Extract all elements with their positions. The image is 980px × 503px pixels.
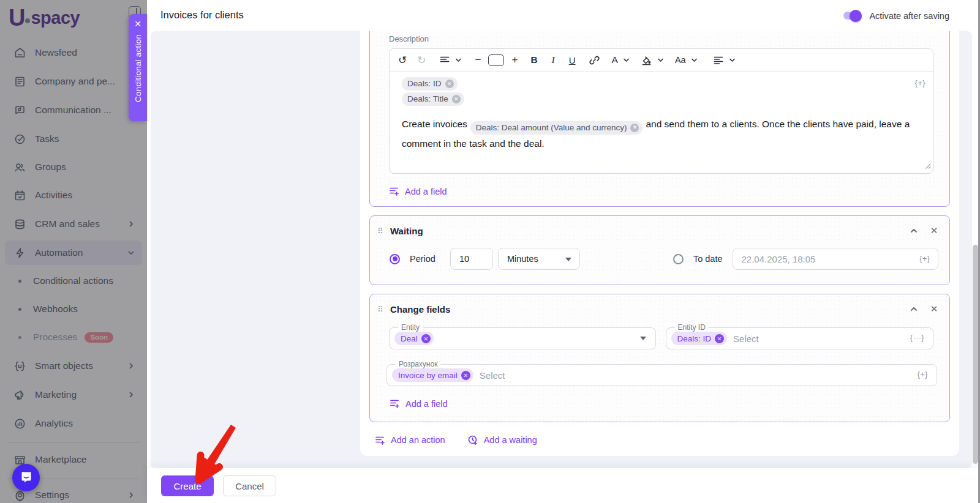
actions-panel: Description ↺ ↻ − (360, 31, 959, 456)
link-icon[interactable] (589, 54, 600, 66)
vertical-scrollbar[interactable] (973, 245, 978, 464)
change-fields-title: Change fields (390, 304, 450, 315)
chip-label: Deals: Deal amount (Value and currency) (476, 124, 627, 132)
period-unit-value: Minutes (507, 254, 538, 264)
entity-select[interactable]: Entity Deal✕ (389, 327, 656, 349)
add-waiting-icon (467, 434, 478, 445)
chip-label: Invoice by email (398, 371, 458, 380)
modal-footer: Create Cancel (147, 468, 980, 503)
field-chip: Deals: Deal amount (Value and currency)✕ (470, 121, 643, 135)
field-chip: Deals: Title✕ (402, 92, 464, 106)
chip-remove-icon[interactable]: ✕ (452, 95, 461, 103)
align-left-icon (713, 54, 724, 65)
drag-handle-icon[interactable]: ⠿ (377, 226, 386, 236)
highlight-color-button[interactable] (641, 54, 665, 66)
select-caret-icon (640, 337, 646, 340)
text-color-button[interactable]: A (612, 54, 630, 65)
add-action-icon (375, 435, 385, 445)
select-placeholder: Select (733, 333, 759, 344)
undo-icon[interactable]: ↺ (398, 54, 407, 67)
period-label: Period (410, 254, 435, 264)
chip-remove-icon[interactable]: ✕ (715, 334, 724, 343)
add-field-label: Add a field (405, 187, 447, 196)
insert-field-token[interactable]: {+} (919, 255, 930, 263)
conditional-action-modal: Invoices for clients Activate after savi… (147, 0, 980, 503)
activate-toggle-label: Activate after saving (869, 11, 949, 21)
drag-handle-icon[interactable]: ⠿ (377, 305, 386, 314)
calculation-select[interactable]: Розрахунок Invoice by email✕ Select {+} (386, 364, 937, 386)
add-field-button[interactable]: Add a field (377, 398, 941, 409)
add-field-label: Add a field (405, 399, 448, 409)
period-radio[interactable] (390, 254, 400, 264)
conditional-action-tab[interactable]: ✕ Conditional action (129, 14, 147, 121)
entity-label: Entity (398, 323, 423, 332)
close-drawer-icon[interactable]: ✕ (134, 20, 141, 28)
select-caret-icon (565, 258, 571, 261)
action-card-change-fields: ⠿ Change fields ✕ Entity Deal✕ (369, 294, 950, 422)
italic-icon[interactable]: I (552, 54, 555, 65)
paragraph-text: Create invoices (402, 119, 467, 129)
remove-card-icon[interactable]: ✕ (927, 224, 941, 237)
add-field-button[interactable]: Add a field (389, 186, 933, 196)
chip-remove-icon[interactable]: ✕ (630, 124, 639, 132)
chevron-down-icon (690, 56, 698, 64)
add-field-icon (389, 186, 399, 196)
activate-toggle[interactable] (843, 12, 860, 20)
chip-label: Deal (401, 334, 418, 343)
cancel-button[interactable]: Cancel (223, 475, 276, 496)
collapse-card-icon[interactable] (907, 224, 921, 237)
drawer-tab-label: Conditional action (134, 34, 143, 102)
align-button[interactable] (713, 54, 736, 65)
create-button[interactable]: Create (161, 475, 214, 496)
letter-case-button[interactable]: Aa (675, 55, 698, 65)
toggle-knob (850, 10, 862, 22)
to-date-input[interactable]: 22.04.2025, 18:05{+} (733, 248, 938, 270)
period-value-input[interactable]: 10 (450, 248, 493, 270)
editor-content[interactable]: Deals: ID✕ Deals: Title✕ {+} Create invo… (390, 72, 933, 173)
bold-icon[interactable]: B (530, 54, 537, 65)
entity-id-select[interactable]: Entity ID Deals: ID✕ Select {···} (666, 327, 934, 349)
increase-font-icon[interactable]: + (511, 54, 518, 66)
chevron-down-icon (657, 56, 665, 64)
resize-handle-icon[interactable] (924, 160, 931, 171)
add-action-button[interactable]: Add an action (375, 435, 445, 445)
chip-remove-icon[interactable]: ✕ (421, 334, 431, 343)
collapse-card-icon[interactable] (907, 302, 921, 316)
editor-toolbar: ↺ ↻ − + B (390, 49, 933, 72)
decrease-font-icon[interactable]: − (475, 54, 481, 66)
field-chip: Deals: ID✕ (402, 77, 458, 91)
insert-field-token[interactable]: {+} (915, 79, 925, 88)
underline-icon[interactable]: U (569, 55, 576, 65)
chip-label: Deals: ID (407, 80, 442, 88)
chevron-down-icon (454, 56, 462, 64)
entity-id-chip: Deals: ID✕ (671, 332, 728, 345)
entity-id-label: Entity ID (675, 323, 709, 332)
entity-chip: Deal✕ (394, 332, 434, 345)
insert-field-token[interactable]: {···} (910, 333, 924, 342)
chip-label: Deals: Title (407, 95, 448, 103)
to-date-radio[interactable] (673, 254, 684, 264)
letter-case-icon: Aa (675, 55, 686, 65)
chat-launcher-button[interactable] (12, 464, 40, 491)
font-size-box[interactable] (488, 54, 504, 66)
rich-text-editor[interactable]: ↺ ↻ − + B (389, 48, 933, 174)
insert-field-token[interactable]: {+} (918, 370, 928, 379)
to-date-label: To date (693, 254, 723, 264)
chat-bubble-icon (20, 470, 33, 486)
chip-remove-icon[interactable]: ✕ (445, 80, 454, 88)
add-field-icon (390, 398, 400, 409)
chip-remove-icon[interactable]: ✕ (461, 371, 470, 380)
remove-card-icon[interactable]: ✕ (927, 302, 941, 316)
redo-icon[interactable]: ↻ (417, 54, 426, 67)
period-value: 10 (459, 254, 469, 264)
description-label: Description (389, 34, 933, 43)
add-waiting-button[interactable]: Add a waiting (467, 434, 537, 445)
calculation-label: Розрахунок (396, 360, 440, 368)
period-unit-select[interactable]: Minutes (498, 248, 580, 270)
action-card-waiting: ⠿ Waiting ✕ Period 10 Minutes To date (369, 215, 950, 285)
add-waiting-label: Add a waiting (484, 435, 537, 445)
add-action-label: Add an action (391, 435, 445, 445)
automation-canvas: Description ↺ ↻ − (151, 31, 972, 468)
line-height-button[interactable] (439, 54, 462, 65)
modal-backdrop[interactable] (0, 0, 147, 503)
